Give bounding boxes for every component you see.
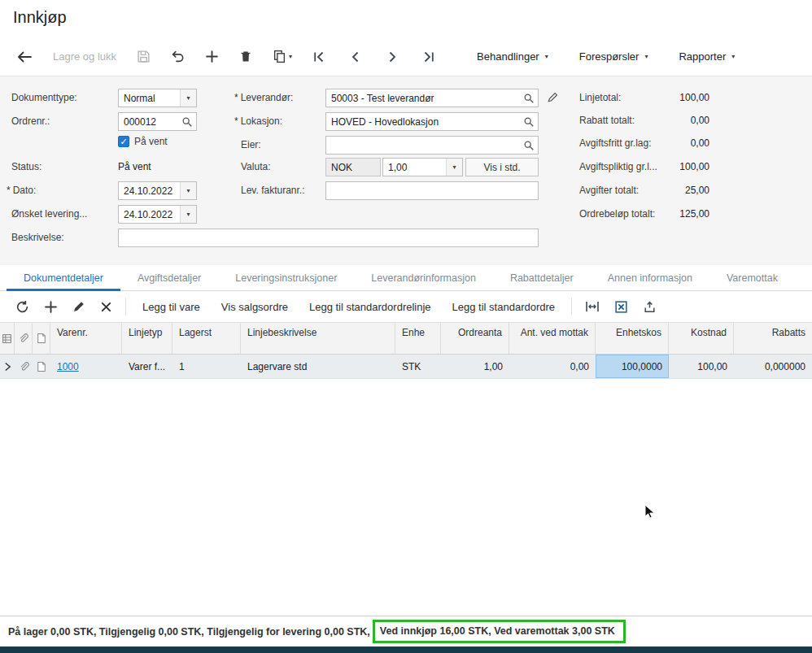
- row-note-icon[interactable]: [33, 355, 50, 378]
- go-first-button[interactable]: [308, 46, 330, 68]
- location-input[interactable]: [325, 112, 539, 131]
- view-sales-order-button[interactable]: Vis salgsordre: [211, 295, 299, 319]
- add-blanket-line-button[interactable]: Legg til standardordrelinje: [299, 295, 442, 319]
- tab-label: Annen informasjon: [608, 272, 692, 284]
- menu-behandlinger[interactable]: Behandlinger ▾: [467, 44, 558, 69]
- tab-bar: Dokumentdetaljer Avgiftsdetaljer Leverin…: [0, 265, 812, 291]
- vendor-label: *Leverandør:: [234, 89, 293, 107]
- cell-varenr[interactable]: 1000: [50, 355, 122, 378]
- undo-icon: [171, 50, 185, 63]
- tab-label: Leveringsinstruksjoner: [235, 272, 337, 284]
- vendor-input[interactable]: [325, 89, 539, 107]
- tab-rabattdetaljer[interactable]: Rabattdetaljer: [493, 265, 591, 290]
- cell-enhet[interactable]: STK: [395, 355, 441, 378]
- fit-width-button[interactable]: [578, 294, 607, 319]
- add-row-button[interactable]: [37, 294, 65, 320]
- date-select[interactable]: 24.10.2022 ▾: [118, 181, 197, 200]
- grid-settings-icon[interactable]: [0, 323, 15, 354]
- cell-enhetskostnad-active[interactable]: 100,0000: [596, 355, 669, 378]
- x-icon: [100, 301, 112, 313]
- go-previous-button[interactable]: [344, 46, 367, 68]
- column-header-linjetype[interactable]: Linjetyp: [122, 323, 172, 354]
- owner-lookup-icon[interactable]: [520, 137, 538, 154]
- currency-rate-select[interactable]: 1,00 ▾: [382, 158, 463, 176]
- cell-lagersted[interactable]: 1: [172, 355, 241, 378]
- column-header-enhetskostnad[interactable]: Enhetskos: [596, 323, 669, 354]
- chevron-down-icon: ▾: [289, 54, 292, 60]
- location-lookup-icon[interactable]: [520, 113, 538, 130]
- purchase-order-screen: Innkjøp Lagre og lukk ▾: [0, 0, 812, 653]
- vendor-edit-button[interactable]: [545, 89, 561, 105]
- item-link[interactable]: 1000: [57, 361, 79, 372]
- column-header-linjebeskrivelse[interactable]: Linjebeskrivelse: [241, 323, 395, 354]
- load-records-button[interactable]: [635, 294, 664, 320]
- vendor-invoice-no-input[interactable]: [325, 181, 539, 200]
- cell-rabattsats[interactable]: 0,000000: [734, 355, 812, 378]
- go-next-button[interactable]: [381, 46, 404, 68]
- go-last-button[interactable]: [417, 46, 440, 68]
- location-label: *Lokasjon:: [234, 112, 282, 131]
- status-label: Status:: [11, 158, 41, 176]
- menu-foresporsler[interactable]: Forespørsler ▾: [570, 44, 658, 69]
- tab-dokumentdetaljer[interactable]: Dokumentdetaljer: [7, 265, 120, 290]
- required-marker: *: [7, 185, 11, 196]
- hold-checkbox[interactable]: ✓: [118, 136, 129, 147]
- cell-kostnad[interactable]: 100,00: [669, 355, 734, 378]
- add-blanket-order-button[interactable]: Legg til standardordre: [442, 295, 565, 319]
- tab-avgiftsdetaljer[interactable]: Avgiftsdetaljer: [120, 265, 218, 290]
- undo-button[interactable]: [166, 45, 190, 68]
- delete-record-button[interactable]: [234, 45, 257, 68]
- cell-ant-ved-mottak[interactable]: 0,00: [509, 355, 596, 378]
- tab-varemottak[interactable]: Varemottak: [709, 265, 795, 290]
- requested-delivery-select[interactable]: 24.10.2022 ▾: [118, 205, 197, 224]
- clipboard-icon: [273, 50, 286, 63]
- tab-leveringsinstruksjoner[interactable]: Leveringsinstruksjoner: [218, 265, 354, 290]
- vendor-field-wrap: [325, 89, 539, 107]
- add-record-button[interactable]: [200, 45, 224, 68]
- delete-row-button[interactable]: [93, 295, 120, 319]
- menu-rapporter[interactable]: Rapporter ▾: [669, 44, 744, 69]
- vendor-lookup-icon[interactable]: [520, 89, 538, 107]
- tab-leverandorinformasjon[interactable]: Leverandørinformasjon: [354, 265, 493, 290]
- document-type-select[interactable]: Normal ▾: [118, 89, 197, 107]
- attachments-column-header[interactable]: [15, 323, 33, 354]
- column-header-ordreantall[interactable]: Ordreanta: [441, 323, 509, 354]
- save-button[interactable]: [132, 45, 155, 68]
- line-total-value: 100,00: [606, 89, 709, 107]
- save-and-close-label: Lagre og lukk: [53, 50, 116, 63]
- row-expand-icon[interactable]: [0, 355, 15, 378]
- row-attachment-icon[interactable]: [15, 355, 33, 378]
- column-header-rabattsats[interactable]: Rabatts: [734, 323, 812, 354]
- column-header-kostnad[interactable]: Kostnad: [669, 323, 734, 354]
- refresh-button[interactable]: [8, 294, 37, 320]
- tax-exempt-total-value: 0,00: [606, 134, 709, 153]
- owner-input[interactable]: [325, 136, 539, 155]
- tab-label: Dokumentdetaljer: [24, 272, 103, 284]
- description-input[interactable]: [118, 229, 539, 247]
- back-button[interactable]: [11, 46, 37, 68]
- save-and-close-button[interactable]: Lagre og lukk: [48, 46, 121, 67]
- column-header-enhet[interactable]: Enhe: [395, 323, 441, 354]
- view-base-currency-button[interactable]: Vis i std.: [465, 158, 539, 176]
- cell-linjebeskrivelse[interactable]: Lagervare std: [241, 355, 395, 378]
- chevron-down-icon: ▾: [644, 54, 648, 60]
- mouse-cursor: [644, 504, 656, 524]
- add-item-button[interactable]: Legg til vare: [132, 295, 211, 319]
- tab-annen-informasjon[interactable]: Annen informasjon: [591, 265, 709, 290]
- owner-label: Eier:: [241, 136, 261, 155]
- export-excel-button[interactable]: [607, 294, 635, 320]
- column-header-lagersted[interactable]: Lagerst: [172, 323, 241, 354]
- copy-paste-button[interactable]: ▾: [268, 45, 297, 68]
- chevron-down-icon: ▾: [545, 54, 548, 60]
- cell-linjetype[interactable]: Varer f...: [122, 355, 172, 378]
- next-record-icon: [386, 50, 399, 63]
- cell-ordreantall[interactable]: 1,00: [441, 355, 509, 378]
- column-header-ant-ved-mottak[interactable]: Ant. ved mottak: [509, 323, 596, 354]
- table-row[interactable]: 1000 Varer f... 1 Lagervare std STK 1,00…: [0, 355, 812, 379]
- notes-column-header[interactable]: [33, 323, 50, 354]
- edit-row-button[interactable]: [65, 294, 93, 319]
- order-no-lookup-icon[interactable]: [178, 113, 196, 130]
- document-summary-form: Dokumenttype: Normal ▾ Ordrenr.: ✓ På ve…: [0, 76, 812, 265]
- requested-delivery-label: Ønsket levering...: [11, 205, 87, 224]
- column-header-varenr[interactable]: Varenr.: [50, 323, 122, 354]
